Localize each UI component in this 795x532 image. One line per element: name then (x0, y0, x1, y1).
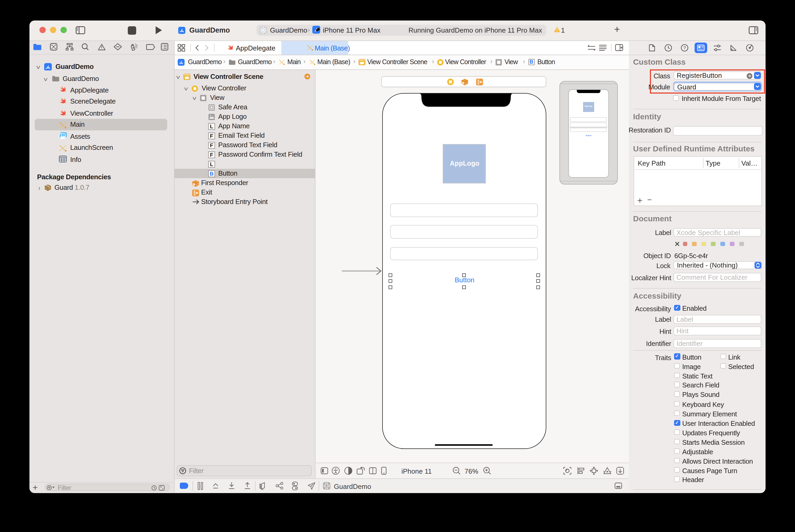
svg-text:1: 1 (193, 183, 194, 186)
svg-text:?: ? (683, 45, 685, 51)
svg-text:1: 1 (462, 82, 464, 84)
